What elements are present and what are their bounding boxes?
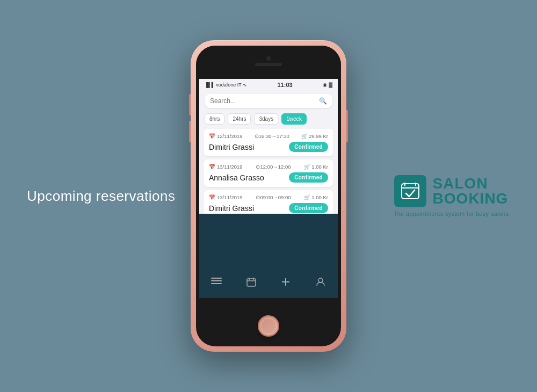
status-badge-1: Confirmed (289, 142, 328, 152)
svg-rect-0 (211, 278, 222, 279)
search-icon: 🔍 (319, 97, 327, 105)
svg-rect-2 (211, 283, 222, 284)
calendar-icon-1: 📅 (209, 133, 215, 139)
volume-down-button (189, 121, 191, 142)
booking-name-2: Annalisa Grasso (209, 173, 264, 182)
filter-tab-1week[interactable]: 1week (281, 113, 307, 125)
booking-date-1: 📅 12/11/2019 (209, 133, 243, 139)
filter-tab-24hrs[interactable]: 24hrs (228, 113, 251, 125)
upcoming-text: Upcoming reservations (27, 188, 175, 204)
speaker-icon (255, 63, 282, 66)
booking-price-2: 🛒 1.00 Kr (304, 164, 328, 170)
svg-rect-10 (402, 184, 419, 199)
logo-text: SALON BOOKING (433, 176, 509, 206)
booking-price-3: 🛒 1.00 Kr (304, 194, 328, 200)
cart-icon-2: 🛒 (304, 164, 310, 170)
calendar-icon-2: 📅 (209, 164, 215, 170)
screen-content: ▐▌▌ vodafone IT ∿ 11:03 ◉ ▓ (199, 79, 338, 298)
logo-tagline: The appointments system for busy salons (394, 210, 509, 217)
booking-bottom-row-3: Dimitri Grassi Confirmed (209, 203, 328, 213)
booking-bottom-row-1: Dimitri Grassi Confirmed (209, 142, 328, 152)
booking-top-row-2: 📅 13/11/2019 ⊙12:00→12:00 🛒 1.00 Kr (209, 164, 328, 170)
booking-date-2: 📅 13/11/2019 (209, 164, 243, 170)
battery-area: ◉ ▓ (323, 82, 332, 88)
search-area: 🔍 (199, 91, 338, 111)
filter-tabs: 8hrs 24hrs 3days 1week (199, 111, 338, 129)
svg-rect-1 (211, 280, 222, 281)
search-input[interactable] (210, 97, 316, 105)
time-display: 11:03 (277, 82, 292, 88)
volume-up-button (189, 94, 191, 115)
power-button (346, 110, 348, 142)
svg-rect-3 (247, 279, 256, 286)
logo-icon (394, 175, 426, 207)
wifi-icon: ∿ (243, 82, 247, 88)
booking-card-1[interactable]: 📅 12/11/2019 ⊙16:30→17:30 🛒 29.99 Kr (204, 129, 333, 156)
svg-point-9 (318, 278, 323, 282)
booking-name-1: Dimitri Grassi (209, 143, 254, 151)
booking-card-2[interactable]: 📅 13/11/2019 ⊙12:00→12:00 🛒 1.00 Kr (204, 159, 333, 187)
booking-time-3: ⊙09:00→09:00 (256, 194, 291, 200)
battery-icon: ▓ (329, 82, 332, 88)
status-badge-2: Confirmed (289, 172, 328, 183)
booking-list: 📅 12/11/2019 ⊙16:30→17:30 🛒 29.99 Kr (199, 129, 338, 214)
booking-price-1: 🛒 29.99 Kr (301, 133, 328, 139)
cart-icon-3: 🛒 (304, 194, 310, 200)
phone-mockup: ▐▌▌ vodafone IT ∿ 11:03 ◉ ▓ (191, 40, 346, 352)
page-layout: Upcoming reservations ▐▌▌ (0, 0, 537, 392)
upcoming-label: Upcoming reservations (27, 188, 188, 205)
carrier-info: ▐▌▌ vodafone IT ∿ (205, 82, 247, 88)
phone-top-bar (196, 46, 341, 79)
calendar-icon-3: 📅 (209, 194, 215, 200)
logo-booking: BOOKING (433, 191, 509, 206)
search-box[interactable]: 🔍 (205, 94, 332, 108)
signal-bars: ▐▌▌ (205, 82, 215, 88)
logo-top: SALON BOOKING (394, 175, 509, 207)
tab-person[interactable] (313, 274, 329, 290)
phone-outer: ▐▌▌ vodafone IT ∿ 11:03 ◉ ▓ (191, 40, 346, 352)
camera-icon (266, 56, 271, 61)
filter-tab-8hrs[interactable]: 8hrs (205, 113, 224, 125)
logo-salon: SALON (433, 176, 509, 191)
tab-calendar[interactable] (243, 274, 259, 290)
booking-top-row-3: 📅 13/11/2019 ⊙09:00→09:00 🛒 1.00 Kr (209, 194, 328, 200)
activity-icon: ◉ (323, 82, 327, 88)
tab-bar (199, 268, 338, 298)
booking-time-2: ⊙12:00→12:00 (256, 164, 291, 170)
home-button-inner (260, 318, 277, 334)
booking-date-3: 📅 13/11/2019 (209, 194, 243, 200)
booking-card-3[interactable]: 📅 13/11/2019 ⊙09:00→09:00 🛒 1.00 Kr (204, 190, 333, 214)
phone-inner: ▐▌▌ vodafone IT ∿ 11:03 ◉ ▓ (196, 46, 341, 346)
booking-name-3: Dimitri Grassi (209, 204, 254, 213)
status-bar: ▐▌▌ vodafone IT ∿ 11:03 ◉ ▓ (199, 79, 338, 91)
booking-bottom-row-2: Annalisa Grasso Confirmed (209, 172, 328, 183)
booking-time-1: ⊙16:30→17:30 (255, 133, 289, 139)
booking-top-row-1: 📅 12/11/2019 ⊙16:30→17:30 🛒 29.99 Kr (209, 133, 328, 139)
filter-tab-3days[interactable]: 3days (254, 113, 278, 125)
logo-section: SALON BOOKING The appointments system fo… (392, 175, 510, 217)
carrier-text: vodafone IT (216, 82, 242, 88)
tab-list[interactable] (208, 274, 224, 290)
cart-icon-1: 🛒 (301, 133, 308, 139)
status-badge-3: Confirmed (289, 203, 328, 213)
home-button[interactable] (258, 315, 279, 337)
tab-add[interactable] (278, 274, 294, 290)
